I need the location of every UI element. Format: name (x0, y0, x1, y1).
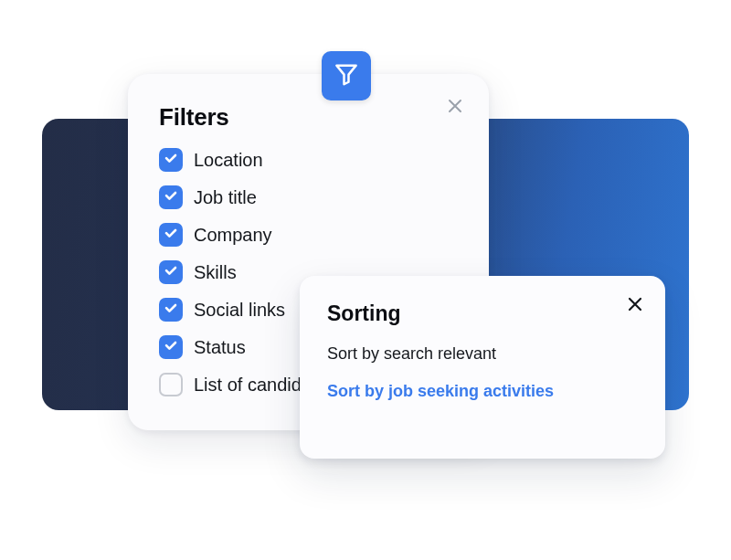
filter-label: Location (194, 150, 263, 171)
close-button[interactable] (445, 98, 465, 118)
check-icon (164, 301, 178, 319)
sorting-panel: Sorting Sort by search relevantSort by j… (300, 276, 665, 459)
sort-option[interactable]: Sort by search relevant (327, 344, 638, 364)
checkbox[interactable] (159, 335, 183, 359)
sorting-options: Sort by search relevantSort by job seeki… (327, 344, 638, 401)
filters-title: Filters (159, 103, 458, 132)
checkbox[interactable] (159, 223, 183, 247)
filter-label: Social links (194, 300, 285, 321)
checkbox[interactable] (159, 185, 183, 209)
check-icon (164, 188, 178, 206)
stage: Filters LocationJob titleCompanySkillsSo… (0, 0, 731, 560)
filter-label: Skills (194, 262, 237, 283)
close-icon (448, 99, 462, 117)
check-icon (164, 226, 178, 244)
sort-option[interactable]: Sort by job seeking activities (327, 382, 638, 401)
check-icon (164, 151, 178, 169)
filter-item[interactable]: Job title (159, 185, 458, 209)
check-icon (164, 338, 178, 356)
filter-label: Company (194, 225, 272, 246)
filter-badge (322, 51, 371, 100)
filter-label: Job title (194, 187, 257, 208)
filter-label: Status (194, 337, 246, 358)
check-icon (164, 263, 178, 281)
funnel-icon (333, 60, 360, 91)
close-button[interactable] (625, 296, 645, 316)
filter-item[interactable]: Company (159, 223, 458, 247)
sorting-title: Sorting (327, 301, 638, 326)
checkbox[interactable] (159, 298, 183, 322)
checkbox[interactable] (159, 373, 183, 396)
filter-item[interactable]: Location (159, 148, 458, 172)
checkbox[interactable] (159, 260, 183, 284)
close-icon (628, 297, 642, 315)
checkbox[interactable] (159, 148, 183, 172)
